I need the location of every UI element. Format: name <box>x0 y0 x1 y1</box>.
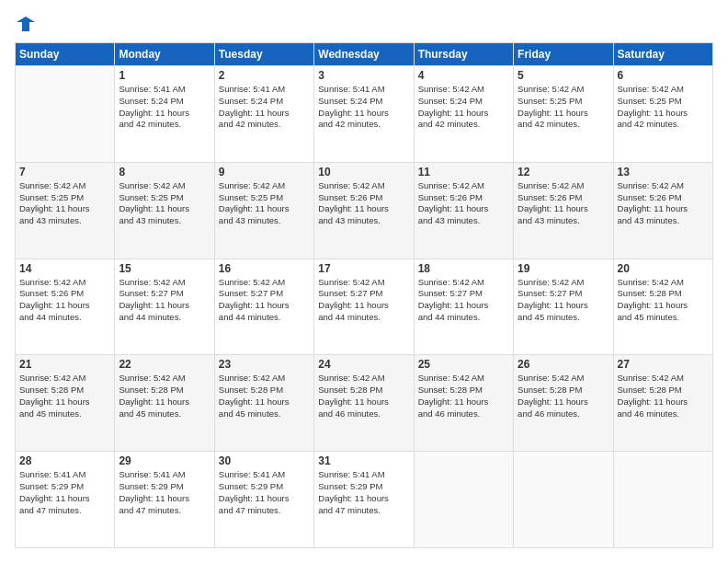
calendar-cell: 13Sunrise: 5:42 AM Sunset: 5:26 PM Dayli… <box>613 162 712 259</box>
day-info: Sunrise: 5:41 AM Sunset: 5:29 PM Dayligh… <box>219 469 310 516</box>
calendar-cell <box>414 452 513 548</box>
day-number: 31 <box>318 454 409 467</box>
calendar-cell <box>514 452 613 548</box>
day-number: 16 <box>219 262 310 275</box>
day-number: 17 <box>318 262 409 275</box>
calendar-cell: 2Sunrise: 5:41 AM Sunset: 5:24 PM Daylig… <box>214 66 313 163</box>
day-number: 27 <box>618 358 709 371</box>
calendar-cell: 22Sunrise: 5:42 AM Sunset: 5:28 PM Dayli… <box>115 355 214 452</box>
day-number: 29 <box>119 454 210 467</box>
day-info: Sunrise: 5:42 AM Sunset: 5:28 PM Dayligh… <box>618 277 709 324</box>
calendar-cell: 11Sunrise: 5:42 AM Sunset: 5:26 PM Dayli… <box>414 162 513 259</box>
weekday-header-saturday: Saturday <box>613 43 712 66</box>
calendar-table: SundayMondayTuesdayWednesdayThursdayFrid… <box>15 42 713 548</box>
day-info: Sunrise: 5:42 AM Sunset: 5:28 PM Dayligh… <box>119 373 210 419</box>
day-info: Sunrise: 5:42 AM Sunset: 5:27 PM Dayligh… <box>119 277 210 324</box>
day-number: 21 <box>19 358 110 371</box>
day-number: 18 <box>418 262 509 275</box>
logo <box>15 15 35 33</box>
calendar-cell: 3Sunrise: 5:41 AM Sunset: 5:24 PM Daylig… <box>314 66 414 163</box>
day-info: Sunrise: 5:42 AM Sunset: 5:28 PM Dayligh… <box>219 373 310 419</box>
calendar-cell: 19Sunrise: 5:42 AM Sunset: 5:27 PM Dayli… <box>514 259 613 355</box>
day-number: 20 <box>618 262 709 275</box>
calendar-cell: 1Sunrise: 5:41 AM Sunset: 5:24 PM Daylig… <box>115 66 214 163</box>
calendar-cell: 9Sunrise: 5:42 AM Sunset: 5:25 PM Daylig… <box>214 162 313 259</box>
calendar-cell: 7Sunrise: 5:42 AM Sunset: 5:25 PM Daylig… <box>16 162 115 259</box>
day-info: Sunrise: 5:42 AM Sunset: 5:25 PM Dayligh… <box>518 84 609 131</box>
day-number: 8 <box>119 166 210 178</box>
header <box>15 15 713 33</box>
week-row-2: 7Sunrise: 5:42 AM Sunset: 5:25 PM Daylig… <box>16 162 713 259</box>
day-number: 25 <box>418 358 509 371</box>
day-number: 5 <box>518 69 609 82</box>
calendar-cell: 15Sunrise: 5:42 AM Sunset: 5:27 PM Dayli… <box>115 259 214 355</box>
day-number: 7 <box>19 166 110 178</box>
day-info: Sunrise: 5:42 AM Sunset: 5:27 PM Dayligh… <box>418 277 509 324</box>
day-info: Sunrise: 5:42 AM Sunset: 5:26 PM Dayligh… <box>618 180 709 227</box>
day-info: Sunrise: 5:42 AM Sunset: 5:25 PM Dayligh… <box>618 84 709 131</box>
calendar-cell: 5Sunrise: 5:42 AM Sunset: 5:25 PM Daylig… <box>514 66 613 163</box>
day-number: 26 <box>518 358 609 371</box>
day-info: Sunrise: 5:42 AM Sunset: 5:26 PM Dayligh… <box>318 180 409 227</box>
day-number: 12 <box>518 166 609 178</box>
day-number: 3 <box>318 69 409 82</box>
calendar-cell: 16Sunrise: 5:42 AM Sunset: 5:27 PM Dayli… <box>214 259 313 355</box>
day-info: Sunrise: 5:42 AM Sunset: 5:25 PM Dayligh… <box>219 180 310 227</box>
day-number: 22 <box>119 358 210 371</box>
calendar-cell: 18Sunrise: 5:42 AM Sunset: 5:27 PM Dayli… <box>414 259 513 355</box>
weekday-header-tuesday: Tuesday <box>214 43 313 66</box>
day-number: 28 <box>19 454 110 467</box>
calendar-cell: 27Sunrise: 5:42 AM Sunset: 5:28 PM Dayli… <box>613 355 712 452</box>
week-row-4: 21Sunrise: 5:42 AM Sunset: 5:28 PM Dayli… <box>16 355 713 452</box>
day-info: Sunrise: 5:42 AM Sunset: 5:26 PM Dayligh… <box>518 180 609 227</box>
day-info: Sunrise: 5:41 AM Sunset: 5:24 PM Dayligh… <box>219 84 310 131</box>
calendar-cell: 12Sunrise: 5:42 AM Sunset: 5:26 PM Dayli… <box>514 162 613 259</box>
weekday-header-wednesday: Wednesday <box>314 43 414 66</box>
page: SundayMondayTuesdayWednesdayThursdayFrid… <box>0 0 728 563</box>
day-number: 10 <box>318 166 409 178</box>
logo-text <box>15 15 35 33</box>
day-info: Sunrise: 5:41 AM Sunset: 5:24 PM Dayligh… <box>119 84 210 131</box>
day-number: 14 <box>19 262 110 275</box>
calendar-cell: 31Sunrise: 5:41 AM Sunset: 5:29 PM Dayli… <box>314 452 414 548</box>
logo-bird-icon <box>17 15 35 33</box>
calendar-cell: 30Sunrise: 5:41 AM Sunset: 5:29 PM Dayli… <box>214 452 313 548</box>
day-number: 1 <box>119 69 210 82</box>
day-number: 13 <box>618 166 709 178</box>
day-info: Sunrise: 5:42 AM Sunset: 5:28 PM Dayligh… <box>418 373 509 419</box>
calendar-cell: 29Sunrise: 5:41 AM Sunset: 5:29 PM Dayli… <box>115 452 214 548</box>
calendar-cell <box>613 452 712 548</box>
day-info: Sunrise: 5:41 AM Sunset: 5:24 PM Dayligh… <box>318 84 409 131</box>
day-info: Sunrise: 5:42 AM Sunset: 5:26 PM Dayligh… <box>418 180 509 227</box>
day-number: 9 <box>219 166 310 178</box>
weekday-header-sunday: Sunday <box>16 43 115 66</box>
calendar-cell: 4Sunrise: 5:42 AM Sunset: 5:24 PM Daylig… <box>414 66 513 163</box>
day-number: 19 <box>518 262 609 275</box>
calendar-cell: 23Sunrise: 5:42 AM Sunset: 5:28 PM Dayli… <box>214 355 313 452</box>
day-number: 23 <box>219 358 310 371</box>
day-info: Sunrise: 5:42 AM Sunset: 5:25 PM Dayligh… <box>119 180 210 227</box>
svg-marker-0 <box>17 17 35 31</box>
week-row-3: 14Sunrise: 5:42 AM Sunset: 5:26 PM Dayli… <box>16 259 713 355</box>
weekday-header-friday: Friday <box>514 43 613 66</box>
week-row-1: 1Sunrise: 5:41 AM Sunset: 5:24 PM Daylig… <box>16 66 713 163</box>
calendar-cell: 17Sunrise: 5:42 AM Sunset: 5:27 PM Dayli… <box>314 259 414 355</box>
day-info: Sunrise: 5:41 AM Sunset: 5:29 PM Dayligh… <box>318 469 409 516</box>
day-info: Sunrise: 5:42 AM Sunset: 5:24 PM Dayligh… <box>418 84 509 131</box>
day-info: Sunrise: 5:42 AM Sunset: 5:28 PM Dayligh… <box>19 373 110 419</box>
day-number: 6 <box>618 69 709 82</box>
day-info: Sunrise: 5:42 AM Sunset: 5:28 PM Dayligh… <box>518 373 609 419</box>
day-number: 4 <box>418 69 509 82</box>
weekday-header-row: SundayMondayTuesdayWednesdayThursdayFrid… <box>16 43 713 66</box>
calendar-cell: 25Sunrise: 5:42 AM Sunset: 5:28 PM Dayli… <box>414 355 513 452</box>
calendar-cell: 28Sunrise: 5:41 AM Sunset: 5:29 PM Dayli… <box>16 452 115 548</box>
calendar-cell: 21Sunrise: 5:42 AM Sunset: 5:28 PM Dayli… <box>16 355 115 452</box>
day-info: Sunrise: 5:42 AM Sunset: 5:28 PM Dayligh… <box>618 373 709 419</box>
calendar-cell: 20Sunrise: 5:42 AM Sunset: 5:28 PM Dayli… <box>613 259 712 355</box>
calendar-cell: 26Sunrise: 5:42 AM Sunset: 5:28 PM Dayli… <box>514 355 613 452</box>
day-info: Sunrise: 5:41 AM Sunset: 5:29 PM Dayligh… <box>19 469 110 516</box>
calendar-cell: 24Sunrise: 5:42 AM Sunset: 5:28 PM Dayli… <box>314 355 414 452</box>
weekday-header-thursday: Thursday <box>414 43 513 66</box>
weekday-header-monday: Monday <box>115 43 214 66</box>
calendar-cell <box>16 66 115 163</box>
